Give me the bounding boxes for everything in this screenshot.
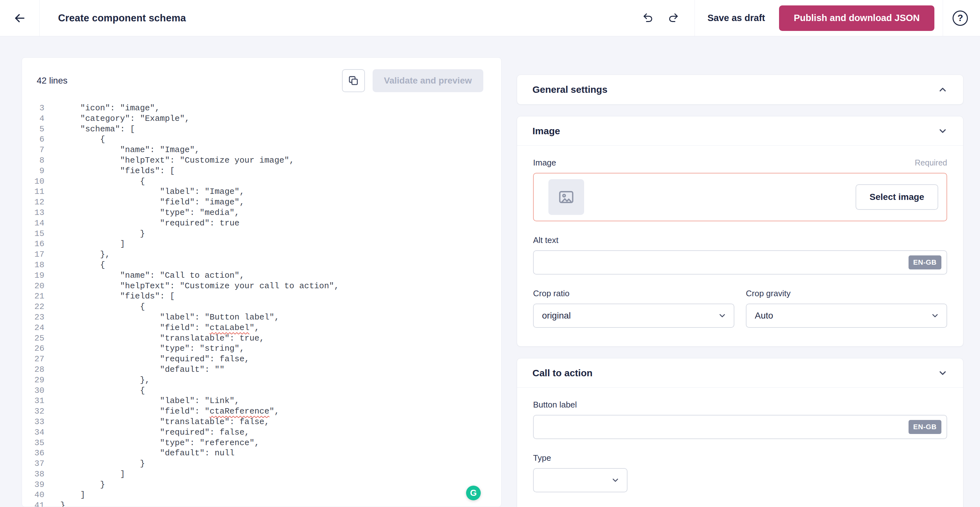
code-line[interactable]: 24 "field": "ctaLabel",	[22, 323, 501, 333]
code-text: "required": false,	[60, 354, 250, 364]
alt-text-input[interactable]	[533, 250, 947, 275]
code-line[interactable]: 26 "type": "string",	[22, 343, 501, 354]
code-line[interactable]: 9 "fields": [	[22, 166, 501, 176]
general-settings-card: General settings	[517, 75, 963, 105]
code-editor[interactable]: 3 "icon": "image",4 "category": "Example…	[22, 99, 501, 507]
crop-ratio-label: Crop ratio	[533, 289, 734, 299]
code-line[interactable]: 22 {	[22, 302, 501, 312]
code-line[interactable]: 8 "helpText": "Customize your image",	[22, 155, 501, 166]
code-text: "schema": [	[60, 124, 135, 135]
code-line[interactable]: 29 },	[22, 375, 501, 386]
code-line[interactable]: 4 "category": "Example",	[22, 113, 501, 124]
publish-button[interactable]: Publish and download JSON	[779, 5, 934, 31]
code-line[interactable]: 6 {	[22, 134, 501, 145]
general-settings-header[interactable]: General settings	[517, 75, 963, 104]
code-line[interactable]: 23 "label": "Button label",	[22, 312, 501, 323]
code-line[interactable]: 35 "type": "reference",	[22, 438, 501, 448]
grammarly-icon[interactable]: G	[466, 486, 481, 500]
code-text: "name": "Call to action",	[60, 270, 244, 281]
code-text: {	[60, 134, 105, 145]
image-section-header[interactable]: Image	[517, 116, 963, 146]
code-line[interactable]: 21 "fields": [	[22, 291, 501, 302]
line-number: 22	[22, 302, 45, 312]
code-line[interactable]: 19 "name": "Call to action",	[22, 270, 501, 281]
type-label: Type	[533, 453, 947, 463]
code-line[interactable]: 7 "name": "Image",	[22, 145, 501, 155]
code-line[interactable]: 15 }	[22, 229, 501, 239]
cta-section-body: Button label EN-GB Type	[517, 388, 963, 507]
code-line[interactable]: 13 "type": "media",	[22, 208, 501, 218]
crop-ratio-field: Crop ratio original	[533, 289, 734, 328]
code-line[interactable]: 20 "helpText": "Customize your call to a…	[22, 281, 501, 291]
chevron-down-icon	[937, 368, 948, 378]
code-text: "type": "string",	[60, 343, 244, 354]
code-line[interactable]: 33 "translatable": false,	[22, 417, 501, 427]
select-image-button[interactable]: Select image	[856, 184, 938, 210]
code-line[interactable]: 27 "required": false,	[22, 354, 501, 364]
dropdown-chevron-icon	[931, 311, 940, 320]
code-text: "fields": [	[60, 166, 175, 176]
code-line[interactable]: 10 {	[22, 176, 501, 187]
code-text: "field": "ctaReference",	[60, 406, 280, 417]
code-line[interactable]: 30 {	[22, 386, 501, 396]
crop-gravity-field: Crop gravity Auto	[746, 289, 947, 328]
code-text: "field": "image",	[60, 197, 244, 208]
type-field: Type	[533, 453, 947, 492]
page-title: Create component schema	[58, 13, 186, 24]
image-icon	[558, 188, 575, 206]
line-number: 5	[22, 124, 45, 135]
line-number: 24	[22, 323, 45, 333]
code-text: "type": "reference",	[60, 438, 259, 448]
alt-text-input-wrap: EN-GB	[533, 250, 947, 275]
code-text: "translatable": false,	[60, 417, 269, 427]
image-section-title: Image	[533, 126, 560, 137]
undo-button[interactable]	[638, 8, 658, 29]
code-line[interactable]: 34 "required": false,	[22, 427, 501, 438]
line-number: 9	[22, 166, 45, 176]
button-label-input[interactable]	[533, 415, 947, 439]
code-text: }	[60, 480, 105, 490]
crop-ratio-select[interactable]: original	[533, 304, 734, 328]
line-number: 12	[22, 197, 45, 208]
code-line[interactable]: 12 "field": "image",	[22, 197, 501, 208]
line-number: 39	[22, 480, 45, 490]
save-draft-button[interactable]: Save as draft	[708, 13, 765, 23]
crop-gravity-select[interactable]: Auto	[746, 304, 947, 328]
code-line[interactable]: 17 },	[22, 250, 501, 260]
code-line[interactable]: 39 }	[22, 480, 501, 490]
code-line[interactable]: 41}	[22, 500, 501, 507]
validate-preview-button[interactable]: Validate and preview	[372, 69, 483, 92]
line-number: 21	[22, 291, 45, 302]
code-line[interactable]: 16 ]	[22, 239, 501, 250]
code-line[interactable]: 38 ]	[22, 469, 501, 480]
code-text: "category": "Example",	[60, 113, 190, 124]
redo-button[interactable]	[663, 8, 684, 29]
image-dropzone[interactable]: Select image	[533, 173, 947, 221]
help-button[interactable]: ?	[953, 11, 968, 26]
code-line[interactable]: 40 ]	[22, 490, 501, 500]
line-number: 15	[22, 229, 45, 239]
main-content: 42 lines Validate and preview 3 "icon": …	[0, 37, 980, 507]
chevron-down-icon	[937, 126, 948, 136]
code-line[interactable]: 18 {	[22, 260, 501, 270]
cta-section-header[interactable]: Call to action	[517, 358, 963, 388]
code-text: "default": ""	[60, 364, 224, 375]
crop-gravity-value: Auto	[755, 311, 773, 321]
code-line[interactable]: 25 "translatable": true,	[22, 333, 501, 344]
grammarly-glyph: G	[470, 488, 477, 498]
code-line[interactable]: 11 "label": "Image",	[22, 186, 501, 197]
code-text: "translatable": true,	[60, 333, 264, 344]
code-line[interactable]: 31 "label": "Link",	[22, 396, 501, 406]
code-line[interactable]: 5 "schema": [	[22, 124, 501, 135]
code-line[interactable]: 3 "icon": "image",	[22, 103, 501, 113]
code-line[interactable]: 28 "default": ""	[22, 364, 501, 375]
code-line[interactable]: 37 }	[22, 459, 501, 469]
code-line[interactable]: 36 "default": null	[22, 448, 501, 459]
type-select[interactable]	[533, 468, 627, 492]
code-line[interactable]: 32 "field": "ctaReference",	[22, 406, 501, 417]
line-number: 35	[22, 438, 45, 448]
copy-button[interactable]	[342, 69, 365, 92]
alt-text-label: Alt text	[533, 235, 947, 245]
back-button[interactable]	[0, 0, 40, 36]
code-line[interactable]: 14 "required": true	[22, 218, 501, 229]
